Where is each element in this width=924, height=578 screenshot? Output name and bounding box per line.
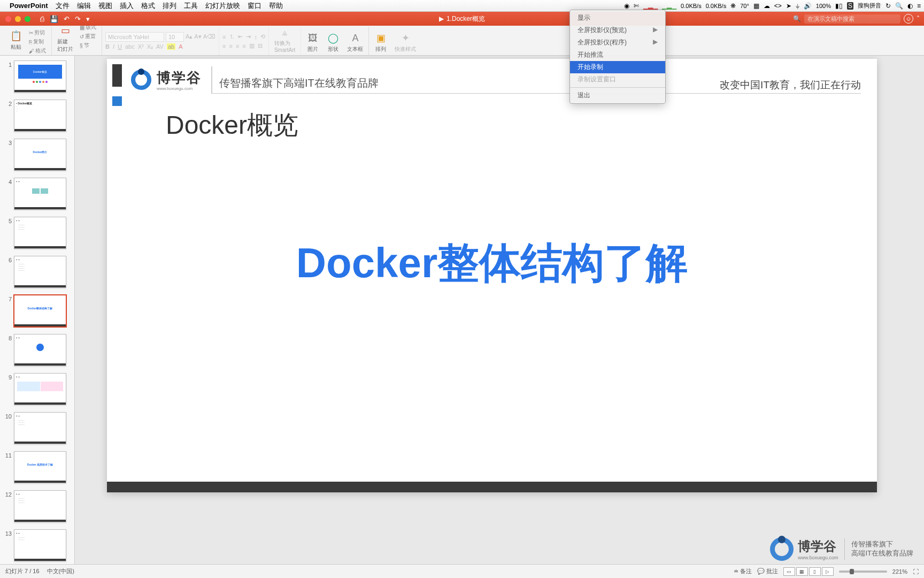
slide-thumbnail[interactable]: Docker 底层技术了解 [14, 451, 66, 483]
zoom-percent[interactable]: 221% [892, 568, 907, 575]
increase-font-icon[interactable]: A▴ [186, 33, 192, 40]
slide-thumbnail[interactable]: ▪ ······································… [14, 490, 66, 522]
format-painter-button[interactable]: 🖌格式 [27, 47, 48, 55]
slide-thumbnails-panel[interactable]: 1Docker概览2▪ Docker概览·········3Docker简介4▪… [0, 56, 75, 564]
thumb-row[interactable]: 12▪ ····································… [0, 489, 74, 528]
zoom-knob[interactable] [850, 569, 854, 574]
indent-left-icon[interactable]: ⇤ [238, 33, 243, 40]
dd-start-record[interactable]: 开始录制 [570, 61, 665, 73]
slide-thumbnail[interactable]: Docker整体结构了解 [14, 295, 66, 327]
textbox-button[interactable]: A文本框 [345, 31, 365, 55]
menu-edit[interactable]: 编辑 [77, 1, 91, 11]
scissors-icon[interactable]: ✄ [634, 2, 639, 10]
italic-button[interactable]: I [113, 43, 114, 50]
slide-thumbnail[interactable]: Docker概览 [14, 60, 66, 93]
quickstyle-button[interactable]: ✦快速样式 [392, 31, 418, 55]
thumb-row[interactable]: 1Docker概览 [0, 59, 74, 98]
picture-button[interactable]: 🖼图片 [304, 31, 321, 55]
dd-record-settings[interactable]: 录制设置窗口 [570, 73, 665, 86]
code-icon[interactable]: <> [774, 2, 782, 10]
strike-button[interactable]: abc [125, 43, 135, 50]
graph-icon[interactable]: ▁▂▁ [643, 2, 658, 10]
feedback-button[interactable]: ☺ [904, 14, 913, 24]
font-color-button[interactable]: A [179, 43, 182, 50]
slide-thumbnail[interactable]: ▪ ······································… [14, 217, 66, 249]
qat-home-icon[interactable]: ⎙ [40, 15, 44, 23]
dd-quit[interactable]: 退出 [570, 89, 665, 102]
volume-icon[interactable]: 🔊 [804, 2, 812, 10]
subscript-button[interactable]: X₂ [147, 43, 153, 50]
qat-redo-icon[interactable]: ↷ [75, 15, 81, 23]
thumb-row[interactable]: 4▪ ··· [0, 176, 74, 215]
menu-tools[interactable]: 工具 [184, 1, 198, 11]
thumb-row[interactable]: 3Docker简介 [0, 137, 74, 176]
dd-fullscreen-program[interactable]: 全屏投影仪(程序)▶ [570, 36, 665, 49]
notes-button[interactable]: ≐ 备注 [734, 567, 752, 575]
ribbon-toggle-icon[interactable]: ˄ [917, 15, 920, 22]
arrange-button[interactable]: ▣排列 [372, 31, 389, 55]
font-name-select[interactable]: Microsoft YaHei [105, 32, 164, 42]
align-v-icon[interactable]: ⊟ [258, 42, 263, 49]
clear-format-icon[interactable]: A⌫ [203, 33, 215, 40]
thumb-row[interactable]: 5▪ ·····································… [0, 215, 74, 254]
slide-thumbnail[interactable]: ▪ ······································… [14, 256, 66, 288]
qat-undo-icon[interactable]: ↶ [64, 15, 70, 23]
menu-view[interactable]: 视图 [98, 1, 112, 11]
thumb-row[interactable]: 2▪ Docker概览········· [0, 98, 74, 137]
slide-thumbnail[interactable]: ▪ ··· [14, 178, 66, 210]
text-dir-icon[interactable]: ⟲ [260, 33, 265, 40]
menu-arrange[interactable]: 排列 [163, 1, 176, 11]
search-input[interactable]: 在演示文稿中搜索 [804, 14, 900, 24]
location-icon[interactable]: ➤ [786, 2, 791, 10]
thumb-row[interactable]: 7Docker整体结构了解 [0, 293, 74, 332]
new-slide-button[interactable]: ▭ 新建 幻灯片 [55, 23, 75, 55]
cut-button[interactable]: ✂剪切 [27, 28, 48, 37]
thumb-row[interactable]: 9▪ ··· [0, 371, 74, 410]
slideshow-view-button[interactable]: ▷ [822, 567, 834, 576]
slide-thumbnail[interactable]: ▪ ··· [14, 373, 66, 405]
char-spacing-button[interactable]: AV [156, 43, 164, 50]
obs-icon[interactable]: ◉ [624, 2, 629, 10]
menu-window[interactable]: 窗口 [248, 1, 261, 11]
dd-fullscreen-preview[interactable]: 全屏投影仪(预览)▶ [570, 24, 665, 36]
section-button[interactable]: §节 [78, 41, 98, 50]
maximize-button[interactable] [25, 16, 30, 22]
thumb-row[interactable]: 13▪ ······························· [0, 528, 74, 564]
highlight-button[interactable]: ab [167, 43, 175, 50]
smartart-button[interactable]: ⟁ 转换为 SmartArt [272, 25, 297, 55]
slide-thumbnail[interactable]: Docker简介 [14, 139, 66, 171]
menu-file[interactable]: 文件 [56, 1, 70, 11]
superscript-button[interactable]: X² [138, 43, 144, 50]
app-name[interactable]: PowerPoint [10, 2, 48, 10]
control-icon[interactable]: ◐ [907, 2, 913, 10]
dd-show[interactable]: 显示 [570, 12, 665, 24]
menu-slideshow[interactable]: 幻灯片放映 [205, 1, 240, 11]
align-left-icon[interactable]: ≡ [222, 43, 226, 49]
slide-thumbnail[interactable]: ▪ ······································… [14, 412, 66, 444]
ime-s-icon[interactable]: S [847, 2, 853, 10]
decrease-font-icon[interactable]: A▾ [194, 33, 201, 40]
slide-thumbnail[interactable]: ▪ ······························· [14, 529, 66, 561]
reading-view-button[interactable]: ▯ [809, 567, 821, 576]
notif-icon[interactable]: ≡ [917, 2, 921, 10]
paste-button[interactable]: 📋 粘贴 [7, 28, 25, 53]
spotlight-icon[interactable]: 🔍 [895, 2, 903, 10]
dd-start-stream[interactable]: 开始推流 [570, 49, 665, 61]
current-slide[interactable]: 博学谷 www.boxuegu.com 传智播客旗下高端IT在线教育品牌 改变中… [107, 59, 877, 492]
qat-custom-icon[interactable]: ▾ [86, 15, 90, 23]
thumb-row[interactable]: 10▪ ····································… [0, 410, 74, 450]
justify-icon[interactable]: ≡ [242, 43, 245, 49]
thumb-row[interactable]: 11Docker 底层技术了解 [0, 450, 74, 489]
language-indicator[interactable]: 中文(中国) [47, 567, 74, 575]
graph2-icon[interactable]: ▁▂▁ [662, 2, 676, 10]
bold-button[interactable]: B [105, 43, 110, 50]
bullets-icon[interactable]: ≡ [222, 34, 226, 40]
fit-window-button[interactable]: ⛶ [913, 568, 919, 575]
align-right-icon[interactable]: ≡ [236, 43, 239, 49]
shapes-button[interactable]: ◯形状 [325, 31, 342, 55]
battery-icon[interactable]: ▮▯ [835, 2, 843, 10]
thumb-row[interactable]: 6▪ ·····································… [0, 254, 74, 293]
fan-icon[interactable]: ❋ [730, 2, 736, 10]
minimize-button[interactable] [15, 16, 21, 22]
line-spacing-icon[interactable]: ↕ [254, 34, 257, 40]
